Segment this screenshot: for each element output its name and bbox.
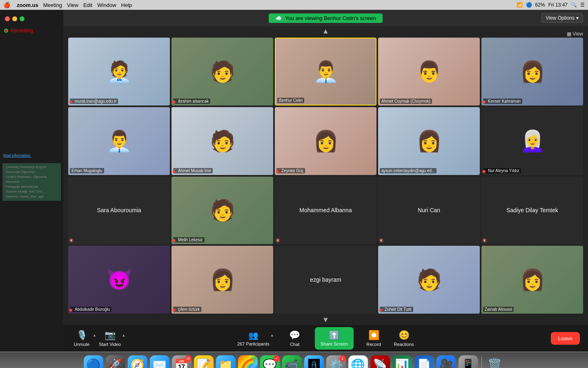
mute-status-icon: 🔇 (276, 238, 280, 242)
participant-photo: 🧑 (172, 38, 273, 105)
bluetooth-icon: 🔵 (526, 2, 532, 8)
dock-icon-notes[interactable]: 📝 (194, 355, 214, 368)
dock-icon-mail[interactable]: ✉️ (150, 355, 169, 368)
participant-photo: 👩 (275, 107, 376, 175)
dock-icon-facetime[interactable]: 📹 (282, 355, 302, 368)
minimize-button[interactable] (12, 16, 17, 21)
mute-status-icon: 🔴 (172, 309, 176, 312)
battery-status: 62% (535, 2, 545, 8)
apple-logo-icon[interactable]: 🍎 (3, 2, 10, 8)
view-button[interactable]: ▦ View (567, 31, 583, 37)
recording-badge: Recording (0, 26, 63, 35)
dock-icon-appstore[interactable]: 🅰 (304, 355, 324, 368)
dock-icon-system-settings[interactable]: ⚙️1 (326, 355, 346, 368)
scroll-down-arrow[interactable]: ▼ (322, 316, 330, 324)
participants-arrow-icon[interactable]: ▲ (270, 333, 275, 337)
wifi-icon: 📶 (517, 2, 523, 8)
menu-meeting[interactable]: Meeting (43, 2, 62, 8)
menu-edit[interactable]: Edit (83, 2, 92, 8)
participant-cell-10: Sara Abouroumia 🔇 (68, 177, 170, 245)
mute-status-icon: 🔇 (482, 238, 487, 242)
participant-name: Zuheir Dit Turk (380, 307, 413, 312)
dock-icon-calendar[interactable]: 📅18 (172, 355, 192, 368)
participant-photo: 🧑 (172, 107, 273, 175)
dock-badge-system-settings: 1 (339, 355, 346, 362)
unmute-arrow-icon[interactable]: ▲ (92, 333, 97, 337)
participant-name: Ahmet Musab İmir (173, 168, 213, 173)
participant-photo: 😈 (68, 246, 170, 314)
participant-cell-8: 👩aysun.cebeclaydin@agu.ed... (378, 107, 480, 175)
participants-control: 👥 267 Participants ▲ (237, 330, 275, 346)
share-screen-icon: ⬆️ (329, 330, 339, 340)
dock-icon-iphone-mirroring[interactable]: 📱 (459, 355, 478, 368)
participant-cell-11: 🧑Melih Lekesiz🔴 (172, 177, 273, 245)
video-grid: 🧑‍💼murat.inan@agu.edu.tr🔴🧑ibrahim alsanc… (68, 38, 583, 314)
dock-icon-chrome[interactable]: 🌐 (348, 355, 368, 368)
menu-bar: 🍎 zoom.us Meeting View Edit Window Help … (0, 0, 588, 10)
dock-icon-finder[interactable]: 🔵 (84, 355, 103, 368)
participant-photo: 🧑 (172, 177, 273, 245)
video-control: 📷 Start Video ▲ (99, 330, 126, 347)
participant-name: Kevser Kahraman (483, 99, 522, 104)
participant-cell-13: Nuri Can 🔇 (378, 177, 480, 245)
dock-icon-messages[interactable]: 💬• (260, 355, 280, 368)
start-video-button[interactable]: 📷 Start Video (99, 330, 121, 347)
mute-status-icon: 🔴 (69, 101, 73, 104)
participants-button[interactable]: 👥 267 Participants (237, 330, 270, 346)
dock-icon-excel[interactable]: 📊 (392, 355, 412, 368)
dock-icon-launchpad[interactable]: 🚀 (106, 355, 125, 368)
participant-cell-14: Sadiye Dilay Temtek 🔇 (481, 177, 583, 245)
reactions-label: Reactions (394, 342, 414, 347)
participant-name: Erhan Mugaloglu (70, 168, 104, 173)
menu-window[interactable]: Window (97, 2, 116, 8)
video-arrow-icon[interactable]: ▲ (121, 333, 126, 337)
sidebar-info[interactable]: Brief information: (0, 150, 63, 162)
participant-name: çilem öztürk (173, 307, 201, 312)
leave-button[interactable]: Leave (551, 332, 580, 345)
zoom-window: Recording Brief information: Çevrimiçi S… (0, 10, 588, 352)
participant-photo: 👨 (378, 38, 480, 105)
participant-photo: 🧑 (378, 246, 480, 314)
participant-photo: 🧑‍💼 (68, 38, 170, 105)
scroll-up-arrow[interactable]: ▲ (322, 27, 330, 36)
mute-status-icon: 🔴 (482, 101, 486, 104)
reactions-button[interactable]: 😊 Reactions (394, 330, 414, 347)
close-button[interactable] (5, 16, 10, 21)
dock: 🔵🚀🧭✉️📅18📝📁🌈💬•📹🅰⚙️1🌐📡📊📄🎥📱🗑️ (0, 352, 588, 368)
chat-label: Chat (290, 342, 299, 347)
record-button[interactable]: ⏺️ Record (363, 330, 384, 347)
participants-icon: 👥 (248, 330, 258, 340)
dock-icon-zoom[interactable]: 🎥 (437, 355, 456, 368)
menu-help[interactable]: Help (121, 2, 132, 8)
participant-photo: 👩 (481, 246, 583, 314)
share-screen-button[interactable]: ⬆️ Share Screen (315, 327, 354, 350)
recording-dot-icon (4, 29, 8, 33)
participant-cell-19: 👩Zainab Ailoussi (481, 246, 583, 314)
app-name[interactable]: zoom.us (17, 2, 38, 8)
dock-icon-trash[interactable]: 🗑️ (485, 355, 505, 368)
unmute-control: 🎙️ Unmute ▲ (71, 330, 97, 347)
dock-icon-safari[interactable]: 🧭 (128, 355, 147, 368)
dock-icon-filezilla[interactable]: 📡 (370, 355, 390, 368)
menu-view[interactable]: View (67, 2, 78, 8)
view-options-button[interactable]: View Options ▾ (541, 13, 583, 23)
participant-cell-5: 👨‍💼Erhan Mugaloglu (68, 107, 170, 175)
participant-name: Nur Aleyna Yıldız (483, 168, 521, 173)
participant-cell-3: 👨Ahmet Coymak (Choymok) (378, 38, 480, 105)
mute-status-icon: 🔴 (482, 170, 486, 173)
search-icon[interactable]: 🔍 (571, 2, 577, 8)
record-label: Record (366, 342, 381, 347)
dock-icon-files[interactable]: 📁 (216, 355, 236, 368)
unmute-button[interactable]: 🎙️ Unmute (71, 330, 92, 347)
participant-photo: 👨‍💼 (276, 38, 376, 105)
fullscreen-button[interactable] (20, 16, 24, 21)
toolbar-center: 👥 267 Participants ▲ 💬 Chat ⬆️ Share Scr… (237, 327, 414, 350)
clock: Fri 13:47 (548, 2, 568, 8)
dock-icon-word[interactable]: 📄 (414, 355, 434, 368)
dock-icon-photos[interactable]: 🌈 (238, 355, 258, 368)
participant-photo: 👨‍💼 (68, 107, 170, 175)
chat-button[interactable]: 💬 Chat (285, 330, 305, 347)
control-center-icon[interactable]: ☰ (580, 2, 585, 8)
mute-status-icon: 🔴 (276, 170, 279, 173)
participant-cell-9: 👩‍🦳Nur Aleyna Yıldız🔴 (481, 107, 583, 175)
